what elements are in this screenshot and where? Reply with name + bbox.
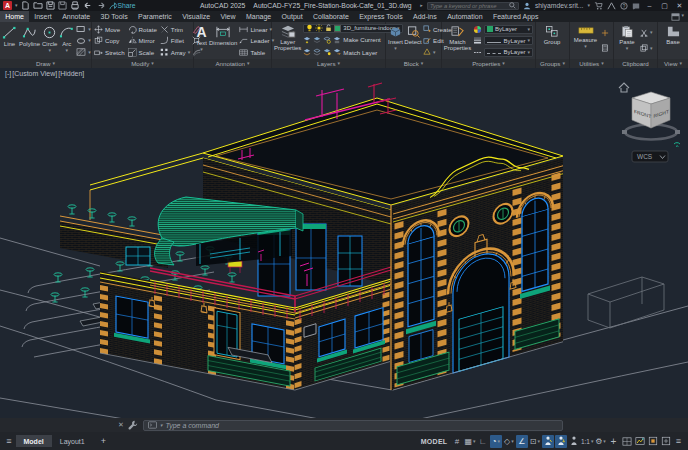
rotate-tool[interactable]: Rotate (128, 24, 157, 35)
panel-label-modify[interactable]: Modify▾ (92, 59, 193, 68)
layer-freeze-sun-icon[interactable] (315, 24, 323, 32)
save-as-icon[interactable] (58, 1, 67, 10)
polyline-tool[interactable]: Polyline (19, 23, 40, 58)
tab-view[interactable]: View (215, 11, 240, 22)
panel-label-clipboard[interactable]: Clipboard (614, 59, 657, 68)
save-icon[interactable] (46, 1, 55, 10)
annotation-scale-icon[interactable] (568, 435, 580, 448)
line-tool[interactable]: Line (2, 23, 17, 58)
layer-color-swatch[interactable] (334, 25, 341, 32)
viewport-view-control[interactable]: [Custom View] (12, 70, 57, 77)
new-layout-button[interactable]: + (93, 434, 114, 449)
fillet-tool[interactable]: Fillet (160, 35, 190, 46)
close-button[interactable]: ✕ (674, 2, 685, 10)
ribbon-display-toggle[interactable]: ▾ (671, 13, 684, 21)
model-space-canvas[interactable]: [-] [Custom View] [Hidden] (0, 68, 688, 418)
minimize-button[interactable]: – (644, 2, 655, 9)
share-button[interactable]: Share (109, 2, 136, 10)
snap-toggle[interactable]: ▦▾ (464, 435, 476, 448)
isometric-drafting-toggle[interactable]: ◇▾ (503, 435, 515, 448)
clean-screen-icon[interactable] (660, 435, 672, 448)
rectangle-tool[interactable]: ▾ (76, 24, 91, 35)
grid-toggle[interactable]: # (451, 435, 463, 448)
panel-label-annotation[interactable]: Annotation▾ (194, 59, 271, 68)
viewport-visual-style-control[interactable]: [Hidden] (58, 70, 84, 77)
command-input[interactable]: ▾ Type a command (143, 420, 563, 431)
match-properties-button[interactable]: Match Properties (444, 23, 471, 58)
move-tool[interactable]: Move (94, 24, 125, 35)
ortho-toggle[interactable]: ∟ (477, 435, 489, 448)
tab-home[interactable]: Home (0, 11, 29, 22)
polar-tracking-toggle[interactable]: ◔▾ (490, 435, 502, 448)
annotation-autoscale-toggle[interactable] (555, 435, 567, 448)
group-tool[interactable]: Group (538, 23, 566, 58)
trim-tool[interactable]: Trim (160, 24, 190, 35)
circle-tool[interactable]: Circle ▾ (42, 23, 57, 58)
tab-visualize[interactable]: Visualize (177, 11, 215, 22)
model-tab[interactable]: Model (16, 435, 52, 447)
wireframe-drawing[interactable]: FRONT RIGHT WCS (0, 68, 688, 418)
layer-on-bulb-icon[interactable] (306, 24, 313, 32)
plot-icon[interactable] (70, 1, 80, 10)
panel-label-block[interactable]: Block▾ (386, 59, 441, 68)
tab-output[interactable]: Output (276, 11, 307, 22)
object-snap-toggle[interactable]: ⊡▾ (529, 435, 541, 448)
app-store-cart-icon[interactable] (594, 2, 603, 10)
annotation-monitor-plus[interactable]: + (608, 435, 620, 448)
leader-tool[interactable]: Leader▾ (239, 35, 274, 46)
copy-clip-tool[interactable]: ▾ (640, 43, 653, 54)
space-indicator[interactable]: MODEL (421, 438, 448, 445)
tab-3d-tools[interactable]: 3D Tools (95, 11, 132, 22)
customization-menu-icon[interactable]: ≡ (673, 435, 685, 448)
tab-insert[interactable]: Insert (29, 11, 57, 22)
units-icon[interactable] (621, 435, 633, 448)
panel-label-groups[interactable]: Groups▾ (536, 59, 569, 68)
user-avatar-icon[interactable] (523, 2, 531, 10)
circle-chevron-icon[interactable]: ▾ (48, 48, 51, 53)
object-color-dropdown[interactable]: ByLayer ▾ (484, 25, 533, 34)
viewport-menu-control[interactable]: [-] (5, 70, 11, 77)
panel-label-layers[interactable]: Layers▾ (272, 59, 385, 68)
tab-parametric[interactable]: Parametric (133, 11, 177, 22)
dimension-tool[interactable]: Dimension (209, 23, 237, 58)
panel-label-properties[interactable]: Properties▾ (442, 59, 535, 68)
arc-tool[interactable]: Arc ▾ (59, 23, 74, 58)
ellipse-tool[interactable]: ▾ (76, 35, 91, 46)
text-tool[interactable]: A Text ▾ (196, 23, 207, 58)
copy-tool[interactable]: Copy (94, 35, 125, 46)
panel-label-draw[interactable]: Draw▾ (0, 59, 91, 68)
user-menu-chevron-icon[interactable]: ▾ (587, 3, 590, 8)
base-view-tool[interactable]: Base (660, 23, 686, 58)
layout-menu-icon[interactable]: ≡ (3, 435, 15, 448)
open-folder-icon[interactable] (33, 1, 43, 10)
object-snap-tracking-toggle[interactable]: ∠ (516, 435, 528, 448)
maximize-button[interactable]: ▢ (659, 2, 670, 10)
annotation-scale-value[interactable]: 1:1▾ (581, 435, 594, 448)
arc-chevron-icon[interactable]: ▾ (66, 48, 69, 53)
search-box[interactable] (427, 2, 519, 10)
viewcube-network-icon[interactable] (674, 143, 680, 147)
id-point-tool[interactable] (601, 27, 609, 38)
tab-automation[interactable]: Automation (442, 11, 488, 22)
layout1-tab[interactable]: Layout1 (52, 435, 93, 447)
isolate-objects-icon[interactable] (647, 435, 659, 448)
quick-calc-tool[interactable] (601, 43, 609, 54)
tab-add-ins[interactable]: Add-ins (408, 11, 442, 22)
hatch-tool[interactable]: ▾ (76, 47, 91, 58)
app-menu-button[interactable]: A (3, 1, 12, 10)
new-file-icon[interactable] (21, 1, 30, 10)
lineweight-dropdown[interactable]: ByLayer ▾ (484, 36, 533, 45)
paste-button[interactable]: Paste ▾ (616, 23, 638, 58)
tab-express-tools[interactable]: Express Tools (354, 11, 408, 22)
stretch-tool[interactable]: Stretch (94, 47, 125, 58)
search-icon[interactable] (509, 2, 516, 9)
help-icon[interactable]: ? (620, 2, 628, 10)
tab-featured-apps[interactable]: Featured Apps (488, 11, 544, 22)
search-input[interactable] (430, 3, 507, 9)
detect-block-tool[interactable]: Detect (405, 23, 421, 58)
panel-label-utilities[interactable]: Utilities▾ (570, 59, 613, 68)
measure-tool[interactable]: Measure ▾ (572, 23, 599, 58)
left-block-se-facade[interactable] (295, 280, 390, 391)
tab-manage[interactable]: Manage (241, 11, 277, 22)
array-tool[interactable]: Array▾ (160, 47, 190, 58)
